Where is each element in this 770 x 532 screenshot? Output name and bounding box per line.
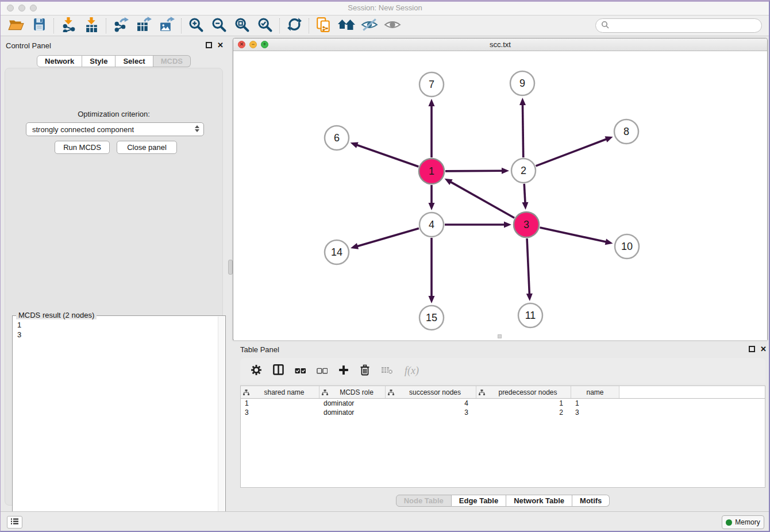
table-panel-header: Table Panel ✕ — [236, 342, 770, 357]
delete-table-button[interactable] — [381, 365, 394, 377]
edge-arrowhead — [429, 296, 435, 303]
table-tabs: Node Table Edge Table Network Table Moti… — [236, 495, 770, 507]
graph-edge[interactable] — [540, 228, 606, 242]
tab-motifs[interactable]: Motifs — [572, 495, 610, 507]
network-view-window: ✕ − + scc.txt 7968124314101511 — [233, 38, 768, 340]
table-cell: 1 — [571, 399, 619, 407]
network-window-title: scc.txt — [233, 40, 767, 49]
graph-node-label: 4 — [429, 219, 434, 230]
tab-style[interactable]: Style — [82, 55, 116, 67]
save-session-button[interactable] — [28, 17, 51, 35]
zoom-in-icon — [188, 17, 204, 35]
toolbar-separator — [309, 18, 309, 33]
graph-edge[interactable] — [357, 228, 419, 246]
column-header-name[interactable]: name — [571, 386, 619, 398]
panel-splitter-handle[interactable] — [228, 260, 233, 275]
memory-button[interactable]: Memory — [722, 515, 764, 529]
table-row[interactable]: 1dominator411 — [241, 399, 765, 408]
column-header-predecessor-nodes[interactable]: predecessor nodes — [476, 386, 571, 398]
eye-icon — [384, 18, 401, 34]
graph-node-label: 9 — [519, 78, 525, 89]
toolbar-separator — [181, 18, 182, 33]
edge-arrowhead — [526, 294, 533, 301]
table-cell: 3 — [571, 408, 619, 417]
clone-network-button[interactable] — [312, 17, 335, 35]
close-table-panel-icon[interactable]: ✕ — [760, 345, 767, 353]
hide-selected-button[interactable] — [358, 17, 381, 35]
zoom-in-button[interactable] — [184, 17, 207, 35]
table-header-row: shared nameMCDS rolesuccessor nodesprede… — [241, 386, 765, 399]
edge-arrowhead — [351, 142, 359, 148]
tab-network[interactable]: Network — [37, 55, 82, 67]
open-session-button[interactable] — [5, 17, 28, 35]
column-header-successor-nodes[interactable]: successor nodes — [386, 386, 476, 398]
toolbar-separator — [279, 18, 280, 33]
float-table-panel-icon[interactable] — [749, 346, 755, 352]
search-input[interactable] — [609, 20, 761, 32]
graph-node-label: 8 — [623, 126, 629, 137]
first-neighbors-button[interactable] — [335, 17, 358, 35]
main-toolbar — [0, 16, 770, 36]
trash-icon — [360, 364, 370, 378]
add-column-button[interactable] — [338, 365, 349, 377]
result-scrollbar[interactable] — [218, 317, 225, 532]
table-row[interactable]: 3dominator323 — [241, 408, 765, 417]
control-panel: Control Panel ✕ Network Style Select MCD… — [0, 38, 228, 510]
graph-edge[interactable] — [522, 104, 523, 157]
graph-edge[interactable] — [527, 238, 529, 295]
export-network-button[interactable] — [109, 17, 132, 35]
zoom-out-button[interactable] — [207, 17, 230, 35]
tab-node-table[interactable]: Node Table — [396, 495, 452, 507]
network-window-titlebar[interactable]: ✕ − + scc.txt — [233, 38, 767, 51]
tab-mcds[interactable]: MCDS — [153, 55, 191, 67]
run-mcds-button[interactable]: Run MCDS — [55, 141, 110, 154]
tab-edge-table[interactable]: Edge Table — [452, 495, 506, 507]
zoom-selected-button[interactable] — [253, 17, 276, 35]
graph-node-label: 7 — [429, 79, 434, 90]
gear-icon — [251, 364, 262, 378]
select-all-button[interactable] — [295, 366, 306, 376]
float-panel-icon[interactable] — [206, 42, 212, 48]
eye-slash-icon — [361, 18, 378, 34]
graph-edge[interactable] — [524, 184, 525, 203]
zoom-fit-button[interactable] — [230, 17, 253, 35]
deselect-all-button[interactable] — [317, 366, 328, 376]
node-table[interactable]: shared nameMCDS rolesuccessor nodesprede… — [240, 385, 765, 488]
graph-edge[interactable] — [445, 171, 503, 171]
criterion-select[interactable]: strongly connected component — [26, 122, 204, 136]
close-panel-icon[interactable]: ✕ — [217, 41, 224, 49]
import-network-button[interactable] — [57, 17, 80, 35]
column-header-shared-name[interactable]: shared name — [241, 386, 319, 398]
table-cell: 4 — [386, 399, 476, 407]
column-visibility-button[interactable] — [273, 364, 284, 377]
edge-arrowhead — [519, 98, 526, 105]
edge-arrowhead — [429, 203, 435, 210]
export-table-button[interactable] — [132, 17, 155, 35]
edge-arrowhead — [605, 136, 613, 142]
tab-select[interactable]: Select — [116, 55, 153, 67]
graph-edge[interactable] — [450, 182, 514, 218]
search-field[interactable] — [595, 18, 762, 33]
table-cell: 3 — [241, 408, 319, 417]
refresh-layout-button[interactable] — [283, 17, 306, 35]
mcds-result-text[interactable]: 1 3 — [13, 318, 217, 532]
tab-network-table[interactable]: Network Table — [506, 495, 572, 507]
task-history-button[interactable] — [7, 516, 22, 529]
close-panel-button[interactable]: Close panel — [117, 141, 177, 154]
network-canvas[interactable]: 7968124314101511 — [234, 51, 767, 340]
column-header-MCDS-role[interactable]: MCDS role — [319, 386, 386, 398]
function-builder-button[interactable]: f(x) — [405, 365, 419, 377]
show-all-button[interactable] — [381, 17, 404, 35]
delete-table-icon — [381, 365, 394, 377]
graph-edge[interactable] — [536, 139, 607, 166]
frame-resize-handle[interactable] — [498, 334, 502, 338]
export-image-button[interactable] — [155, 17, 178, 35]
edge-arrowhead — [502, 168, 509, 174]
table-settings-button[interactable] — [251, 364, 262, 378]
import-table-button[interactable] — [80, 17, 103, 35]
table-panel: Table Panel ✕ — [236, 342, 770, 510]
delete-column-button[interactable] — [360, 364, 370, 378]
graph-edge[interactable] — [356, 145, 418, 167]
plus-icon — [338, 365, 349, 377]
toolbar-separator — [106, 18, 106, 33]
